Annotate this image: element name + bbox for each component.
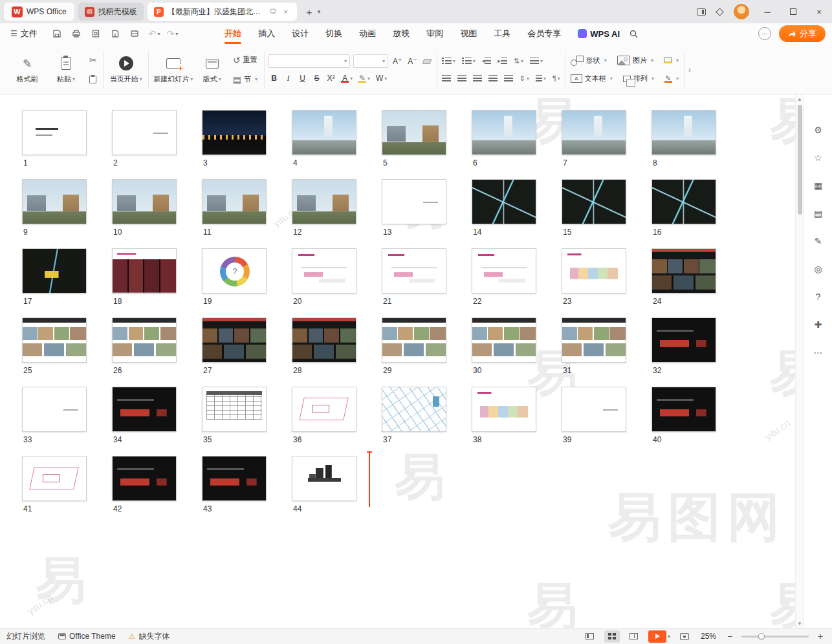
tab-close-icon[interactable]: ×	[281, 8, 290, 16]
tab-insert[interactable]: 插入	[250, 23, 283, 44]
slide-thumbnail[interactable]	[651, 317, 716, 363]
slide-thumbnail[interactable]	[651, 387, 716, 432]
slide-thumbnail[interactable]	[202, 317, 267, 363]
vertical-scrollbar[interactable]: ▲ ▼	[795, 94, 804, 628]
fill-color-button[interactable]	[661, 54, 681, 68]
layers-icon[interactable]: ▤	[811, 206, 826, 220]
search-icon[interactable]	[629, 29, 639, 39]
scroll-down-icon[interactable]: ▼	[797, 619, 802, 628]
zoom-level-label[interactable]: 25%	[699, 632, 718, 641]
wps-ai-button[interactable]: WPS AI	[578, 29, 620, 39]
clear-format-button[interactable]	[422, 55, 433, 68]
slide-thumbnail[interactable]	[562, 317, 626, 363]
slide-thumbnail[interactable]	[292, 317, 356, 363]
format-painter-button[interactable]: ✎ 格式刷	[9, 48, 45, 91]
strikethrough-button[interactable]: S	[311, 72, 322, 85]
outline-color-button[interactable]: ✎	[662, 72, 681, 86]
columns-button[interactable]	[534, 72, 548, 85]
slide-thumbnail[interactable]	[472, 317, 536, 363]
slide-thumbnail[interactable]	[562, 248, 626, 294]
slide-thumbnail[interactable]	[112, 110, 177, 155]
slide-thumbnail[interactable]	[472, 179, 536, 224]
close-button[interactable]: ×	[806, 0, 832, 23]
distribute-button[interactable]	[502, 72, 515, 85]
font-color-button[interactable]: A	[340, 72, 354, 85]
bold-button[interactable]: B	[268, 72, 279, 85]
slide-thumbnail[interactable]	[651, 248, 716, 294]
scroll-up-icon[interactable]: ▲	[797, 94, 802, 103]
bullets-button[interactable]	[440, 54, 457, 67]
slide-thumbnail[interactable]	[22, 179, 87, 224]
zoom-in-button[interactable]: +	[815, 631, 826, 641]
align-center-button[interactable]	[455, 72, 468, 85]
align-left-button[interactable]	[440, 72, 453, 85]
paste-button[interactable]: 粘贴	[48, 48, 84, 91]
slide-thumbnail[interactable]	[472, 387, 536, 432]
slideshow-play-button[interactable]	[648, 630, 666, 643]
slide-thumbnail[interactable]	[202, 456, 267, 501]
record-icon[interactable]: ◎	[811, 262, 826, 276]
slide-thumbnail[interactable]	[651, 110, 716, 155]
fit-window-button[interactable]	[677, 630, 692, 643]
slide-thumbnail[interactable]	[202, 387, 267, 432]
slide-thumbnail[interactable]	[22, 317, 87, 363]
slide-thumbnail[interactable]	[562, 179, 626, 224]
slide-thumbnail[interactable]	[382, 110, 446, 155]
new-slide-button[interactable]: 新建幻灯片	[153, 48, 194, 91]
doc-tab-docer[interactable]: 稻 找稻壳模板	[78, 3, 144, 21]
justify-button[interactable]	[487, 72, 499, 85]
normal-view-button[interactable]	[582, 630, 598, 643]
slide-thumbnail[interactable]	[562, 110, 626, 155]
superscript-button[interactable]: X²	[325, 72, 336, 85]
missing-fonts-button[interactable]: ⚠ 缺失字体	[129, 631, 170, 642]
reading-view-button[interactable]	[626, 630, 642, 643]
tab-slideshow[interactable]: 放映	[385, 23, 417, 44]
save-icon[interactable]	[49, 26, 65, 41]
text-direction-button[interactable]: ⇅	[512, 54, 525, 67]
user-avatar[interactable]	[734, 4, 749, 19]
numbering-button[interactable]	[460, 54, 477, 67]
scrollbar-thumb[interactable]	[798, 105, 802, 215]
slide-thumbnail[interactable]	[112, 456, 177, 501]
tab-home[interactable]: 开始	[217, 23, 249, 44]
decrease-font-button[interactable]: A⁻	[406, 55, 418, 68]
arrange-button[interactable]: 排列	[620, 72, 657, 86]
textbox-button[interactable]: 文本框	[568, 72, 615, 86]
paragraph-settings-button[interactable]: ¶	[551, 72, 562, 85]
tab-review[interactable]: 审阅	[419, 23, 451, 44]
maximize-button[interactable]	[780, 0, 806, 23]
slide-thumbnail[interactable]	[112, 179, 177, 224]
reset-slide-button[interactable]: ↺重置	[230, 53, 260, 67]
slide-thumbnail[interactable]	[22, 248, 87, 294]
play-from-current-button[interactable]: 当页开始	[108, 48, 144, 91]
cut-button[interactable]: ✂	[87, 53, 100, 67]
paragraph-spacing-button[interactable]	[528, 54, 545, 67]
slide-thumbnail[interactable]	[22, 110, 87, 155]
ribbon-expand-button[interactable]: ›	[684, 47, 695, 92]
shapes-button[interactable]: 形状	[568, 54, 609, 68]
line-spacing-button[interactable]: ⇕	[518, 72, 531, 85]
picture-button[interactable]: 图片	[615, 54, 656, 68]
tab-animation[interactable]: 动画	[351, 23, 384, 44]
slide-thumbnail[interactable]	[202, 248, 267, 294]
workspace-layout-icon[interactable]	[692, 5, 710, 19]
help-icon[interactable]: ?	[811, 290, 826, 304]
slide-thumbnail[interactable]	[202, 110, 267, 155]
slide-thumbnail[interactable]	[472, 110, 536, 155]
slide-thumbnail[interactable]	[22, 456, 87, 501]
apps-box-icon[interactable]	[710, 5, 728, 19]
slide-thumbnail[interactable]	[112, 317, 177, 363]
more-menu-icon[interactable]: ⋯	[758, 27, 771, 40]
resources-icon[interactable]: ▦	[811, 178, 826, 193]
undo-icon[interactable]: ↶	[148, 28, 158, 39]
app-tab[interactable]: W WPS Office	[4, 3, 74, 21]
slide-thumbnail[interactable]	[382, 387, 446, 432]
undo-caret-icon[interactable]: ▾	[158, 31, 160, 37]
decrease-indent-button[interactable]: ◂	[480, 54, 494, 67]
slide-thumbnail[interactable]	[472, 248, 536, 294]
doc-tab-active[interactable]: P 【最新商业】泓盛集团北海红 🗨 ×	[148, 3, 297, 21]
font-family-select[interactable]	[268, 54, 350, 68]
scan-icon[interactable]	[127, 26, 142, 41]
zoom-slider[interactable]	[741, 632, 809, 641]
slide-thumbnail[interactable]	[22, 387, 87, 432]
